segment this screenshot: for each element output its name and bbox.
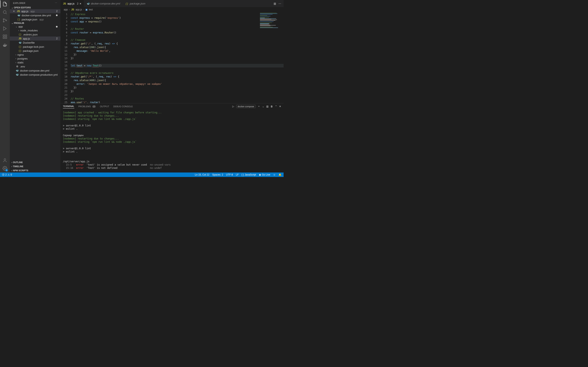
status-bell-icon[interactable]: 🔔: [278, 173, 282, 176]
status-eol[interactable]: LF: [236, 173, 239, 176]
error-icon: ⓧ: [2, 173, 4, 176]
file-name: package.json: [23, 49, 39, 52]
file-item[interactable]: 🐳Dockerfile: [10, 41, 61, 45]
workspace-section[interactable]: ⌄ PROGLIB: [10, 21, 61, 25]
file-dir: app: [30, 10, 35, 13]
tab-output[interactable]: OUTPUT: [100, 104, 109, 108]
symbol-icon: ▣: [85, 8, 87, 11]
split-terminal-icon[interactable]: ▥: [266, 105, 268, 108]
close-icon[interactable]: ×: [13, 9, 15, 13]
status-errors[interactable]: ⓧ2 ⚠0: [2, 173, 12, 176]
tab-label: docker-compose.dev.yml: [91, 2, 120, 5]
editor-tab[interactable]: { }package.json: [123, 0, 148, 7]
file-item[interactable]: { }.eslintrc.json: [10, 33, 61, 36]
status-ln-col[interactable]: Ln 15, Col 22: [195, 173, 209, 176]
chevron-right-icon: ›: [83, 8, 84, 11]
file-item[interactable]: ⚙.env: [10, 64, 61, 68]
npm-scripts-section[interactable]: › NPM SCRIPTS: [10, 168, 61, 173]
svg-rect-6: [3, 37, 4, 39]
folder-item[interactable]: ›nginx: [10, 53, 61, 57]
file-item[interactable]: { }package.json: [10, 49, 61, 53]
folder-item[interactable]: ›postgres: [10, 57, 61, 60]
code-editor[interactable]: 1234567891011121314151617181920212223242…: [61, 12, 284, 103]
terminal-content[interactable]: [nodemon] app crashed - waiting for file…: [61, 109, 284, 173]
svg-point-2: [3, 21, 4, 22]
more-actions-icon[interactable]: ⋯: [278, 2, 281, 5]
explorer-icon[interactable]: [2, 2, 7, 7]
settings-badge: 1: [5, 169, 8, 171]
folder-name: postgres: [17, 57, 27, 60]
run-debug-icon[interactable]: [2, 26, 7, 31]
file-name: package.json: [22, 18, 37, 21]
problem-count: 2: [56, 10, 59, 13]
editor-tab[interactable]: JSapp.js2×: [61, 0, 84, 7]
file-item[interactable]: { }package-lock.json: [10, 45, 61, 49]
tab-terminal[interactable]: TERMINAL: [63, 104, 74, 108]
open-editor-item[interactable]: 🐳docker-compose.dev.yml: [10, 13, 61, 17]
settings-icon[interactable]: 1: [2, 166, 7, 171]
js-file-icon: JS: [71, 8, 74, 11]
maximize-panel-icon[interactable]: ⌃: [275, 105, 277, 108]
svg-point-8: [4, 159, 6, 160]
chevron-right-icon: ›: [11, 169, 12, 172]
open-editor-item[interactable]: { }package.jsonapp: [10, 17, 61, 21]
editor-tabs: JSapp.js2×🐳docker-compose.dev.yml{ }pack…: [61, 0, 284, 7]
folder-item[interactable]: ›static: [10, 60, 61, 64]
svg-point-0: [3, 11, 6, 13]
close-panel-icon[interactable]: ✕: [279, 105, 281, 108]
outline-section[interactable]: › OUTLINE: [10, 160, 61, 164]
file-item[interactable]: JSapp.js2: [10, 36, 61, 41]
minimap[interactable]: [259, 12, 284, 103]
close-icon[interactable]: ×: [80, 2, 81, 5]
open-editors-section[interactable]: ⌄ OPEN EDITORS: [10, 6, 61, 9]
file-item[interactable]: 🐳docker-compose.dev.yml: [10, 68, 61, 73]
file-name: package-lock.json: [23, 45, 44, 48]
terminal-name[interactable]: docker-compose: [236, 105, 256, 108]
status-spaces[interactable]: Spaces: 2: [212, 173, 223, 176]
breadcrumb[interactable]: app › JS app.js › ▣ test: [61, 7, 284, 12]
explorer-title: EXPLORER: [13, 2, 25, 4]
chevron-right-icon: ›: [16, 61, 16, 64]
problem-count: 2: [56, 37, 59, 40]
file-item[interactable]: 🐳docker-compose.production.yml: [10, 73, 61, 77]
folder-item[interactable]: ⌄app: [10, 25, 61, 29]
problem-count: 2: [77, 2, 78, 5]
open-editor-item[interactable]: ×JSapp.jsapp2: [10, 9, 61, 13]
folder-name: nginx: [17, 53, 24, 56]
file-name: docker-compose.production.yml: [20, 73, 58, 76]
chevron-right-icon: ›: [11, 165, 12, 167]
split-editor-icon[interactable]: ▥: [274, 2, 276, 5]
tab-debug-console[interactable]: DEBUG CONSOLE: [113, 104, 133, 108]
svg-rect-4: [3, 35, 4, 36]
extensions-icon[interactable]: [2, 34, 7, 39]
svg-point-9: [4, 168, 6, 169]
new-terminal-icon[interactable]: ＋: [258, 105, 260, 108]
source-control-icon[interactable]: [2, 18, 7, 23]
file-name: docker-compose.dev.yml: [20, 69, 49, 72]
terminal-dropdown-icon[interactable]: ⌄: [262, 105, 264, 108]
timeline-section[interactable]: › TIMELINE: [10, 164, 61, 168]
status-bar: ⓧ2 ⚠0 Ln 15, Col 22 Spaces: 2 UTF-8 LF {…: [0, 173, 284, 177]
search-icon[interactable]: [2, 10, 7, 15]
docker-icon[interactable]: [2, 42, 7, 47]
status-feedback-icon[interactable]: ☺: [273, 173, 276, 176]
status-encoding[interactable]: UTF-8: [226, 173, 233, 176]
braces-icon: { }: [242, 173, 244, 176]
chevron-right-icon: ›: [18, 29, 19, 32]
folder-item[interactable]: ›node_modules: [10, 29, 61, 33]
chevron-right-icon: ›: [16, 58, 16, 60]
broadcast-icon: ◉: [259, 173, 261, 176]
tab-problems[interactable]: PROBLEMS 2: [78, 104, 96, 108]
status-golive[interactable]: ◉Go Live: [259, 173, 270, 176]
accounts-icon[interactable]: [2, 158, 7, 163]
folder-name: node_modules: [20, 29, 38, 32]
activity-bar: 1: [0, 0, 10, 173]
editor-tab[interactable]: 🐳docker-compose.dev.yml: [84, 0, 123, 7]
terminal-launch-icon[interactable]: ▷: [232, 105, 234, 108]
kill-terminal-icon[interactable]: 🗑: [270, 105, 273, 108]
chevron-right-icon: ›: [16, 54, 16, 56]
explorer-more-icon[interactable]: ⋯: [55, 2, 57, 4]
svg-rect-5: [5, 35, 7, 36]
status-language[interactable]: { }JavaScript: [242, 173, 256, 176]
svg-rect-7: [5, 37, 7, 39]
